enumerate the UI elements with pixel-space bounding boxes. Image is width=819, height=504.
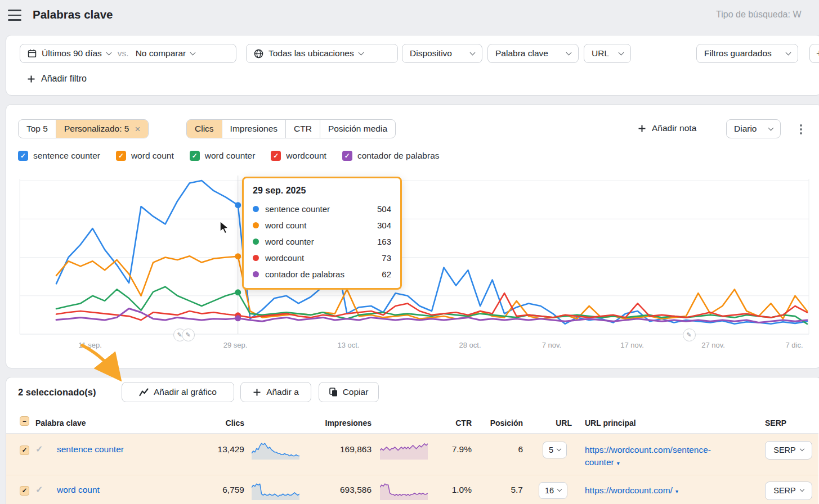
tracked-check-icon: ✓ <box>35 484 43 495</box>
add-to-button[interactable]: Añadir a <box>240 382 311 402</box>
keyword-filter[interactable]: Palabra clave <box>487 44 579 63</box>
note-pencil-icon[interactable]: ✎ <box>182 328 195 341</box>
col-header-ctr[interactable]: CTR <box>427 418 472 428</box>
serp-button[interactable]: SERP <box>765 441 812 460</box>
plus-icon <box>253 388 261 397</box>
tab-label: Clics <box>195 124 214 134</box>
series-dot-icon <box>253 255 259 261</box>
chart-tooltip: 29 sep. 2025 sentence counter504word cou… <box>242 177 402 290</box>
col-header-keyword[interactable]: Palabra clave <box>35 418 86 428</box>
clicks-value: 13,429 <box>177 444 244 454</box>
tooltip-row-word-count: word count304 <box>253 217 391 233</box>
legend-item-wordcount[interactable]: ✓wordcount <box>271 151 326 161</box>
date-range-dropdown[interactable]: Últimos 90 días <box>42 48 102 58</box>
close-icon[interactable]: × <box>135 124 140 134</box>
series-label: word count <box>131 151 174 161</box>
col-header-clicks[interactable]: Clics <box>188 418 244 428</box>
device-filter[interactable]: Dispositivo <box>402 44 482 63</box>
kebab-menu-icon[interactable] <box>795 122 807 137</box>
series-dot-icon <box>253 271 259 277</box>
series-checkbox[interactable]: ✓ <box>271 151 281 161</box>
keyword-link[interactable]: sentence counter <box>57 444 124 454</box>
main-url-link[interactable]: https://wordcount.com/▾ <box>585 484 737 498</box>
col-header-main-url[interactable]: URL principal <box>585 418 636 428</box>
tooltip-series-value: 304 <box>377 220 391 230</box>
add-filter-button[interactable]: Añadir filtro <box>27 74 87 84</box>
caret-down-icon[interactable]: ▾ <box>675 488 678 494</box>
metric-tab-clics[interactable]: Clics <box>187 120 222 138</box>
metric-tab-impresiones[interactable]: Impresiones <box>222 120 285 138</box>
chevron-down-icon <box>566 50 572 55</box>
location-filter[interactable]: Todas las ubicaciones <box>246 44 398 63</box>
row-checkbox[interactable]: ✓ <box>20 486 29 496</box>
series-checkbox[interactable]: ✓ <box>116 151 126 161</box>
x-tick-label: 27 nov. <box>701 341 725 349</box>
tooltip-row-sentence-counter: sentence counter504 <box>253 201 391 217</box>
note-pencil-icon[interactable]: ✎ <box>683 328 696 341</box>
legend-item-sentence-counter[interactable]: ✓sentence counter <box>18 151 100 161</box>
col-header-position[interactable]: Posición <box>478 418 523 428</box>
serp-label: SERP <box>773 446 796 454</box>
date-compare-filter[interactable]: Últimos 90 días vs. No comparar <box>20 44 236 63</box>
col-header-impressions[interactable]: Impresiones <box>304 418 372 428</box>
caret-down-icon[interactable]: ▾ <box>617 460 620 466</box>
menu-icon[interactable] <box>8 10 21 21</box>
series-checkbox[interactable]: ✓ <box>18 151 28 161</box>
granularity-dropdown[interactable]: Diario <box>726 119 781 138</box>
add-note-button[interactable]: Añadir nota <box>638 123 696 133</box>
serp-button[interactable]: SERP <box>765 482 812 500</box>
tab-label: Impresiones <box>230 124 278 134</box>
table-row-sentence-counter[interactable]: ✓✓sentence counter13,429169,8637.9%65htt… <box>6 434 818 475</box>
select-all-checkbox[interactable]: − <box>20 416 29 426</box>
series-label: wordcount <box>286 151 326 161</box>
metric-tab-posici-n-media[interactable]: Posición media <box>320 120 395 138</box>
compare-dropdown[interactable]: No comparar <box>136 48 186 58</box>
view-tabs: Top 5Personalizado: 5× <box>18 119 149 138</box>
row-checkbox[interactable]: ✓ <box>20 446 29 455</box>
saved-filters-label: Filtros guardados <box>704 48 772 58</box>
plus-icon: + <box>816 47 819 60</box>
add-to-chart-button[interactable]: Añadir al gráfico <box>122 382 234 402</box>
main-url-link[interactable]: https://wordcount.com/sentence-counter▾ <box>585 444 737 470</box>
impressions-sparkline <box>380 440 428 462</box>
tooltip-row-word-counter: word counter163 <box>253 233 391 250</box>
table-row-word-count[interactable]: ✓✓word count6,759693,5861.0%5.716https:/… <box>6 475 818 504</box>
series-checkbox[interactable]: ✓ <box>190 151 200 161</box>
legend-item-word-counter[interactable]: ✓word counter <box>190 151 256 161</box>
tab-top-5[interactable]: Top 5 <box>19 120 56 138</box>
line-chart[interactable] <box>0 169 819 338</box>
metric-tab-ctr[interactable]: CTR <box>285 120 320 138</box>
globe-icon <box>254 49 263 58</box>
hover-dot-contador-de-palabras <box>235 315 241 321</box>
x-tick-label: 28 oct. <box>459 341 481 349</box>
tab-personalizado-5[interactable]: Personalizado: 5× <box>56 120 148 138</box>
tooltip-series-value: 504 <box>377 204 391 214</box>
add-saved-filter-button[interactable]: + <box>809 44 819 63</box>
clicks-sparkline <box>252 440 299 462</box>
tab-label: Personalizado: 5 <box>64 124 129 134</box>
keyword-link[interactable]: word count <box>57 485 100 495</box>
x-tick-label: 7 nov. <box>542 341 561 349</box>
location-label: Todas las ubicaciones <box>268 48 354 58</box>
copy-button[interactable]: Copiar <box>319 382 379 402</box>
legend-item-contador-de-palabras[interactable]: ✓contador de palabras <box>342 151 440 161</box>
legend-item-word-count[interactable]: ✓word count <box>116 151 174 161</box>
tab-label: Top 5 <box>26 124 48 134</box>
chevron-down-icon <box>106 50 111 55</box>
url-filter[interactable]: URL <box>584 44 631 63</box>
col-header-url[interactable]: URL <box>527 418 572 428</box>
keyword-filter-label: Palabra clave <box>495 48 548 58</box>
col-header-serp[interactable]: SERP <box>765 418 786 428</box>
chevron-down-icon <box>786 50 791 55</box>
add-to-label: Añadir a <box>266 387 299 397</box>
tooltip-series-name: word count <box>265 220 371 230</box>
search-type-label: Tipo de búsqueda: W <box>716 10 802 20</box>
tooltip-series-name: word counter <box>265 237 371 246</box>
series-checkbox[interactable]: ✓ <box>342 151 352 161</box>
granularity-label: Diario <box>734 124 757 134</box>
url-count-dropdown[interactable]: 5 <box>543 442 567 458</box>
device-label: Dispositivo <box>410 48 452 58</box>
url-count-dropdown[interactable]: 16 <box>539 482 567 499</box>
saved-filters-button[interactable]: Filtros guardados <box>696 44 798 63</box>
tooltip-row-wordcount: wordcount73 <box>253 250 391 266</box>
